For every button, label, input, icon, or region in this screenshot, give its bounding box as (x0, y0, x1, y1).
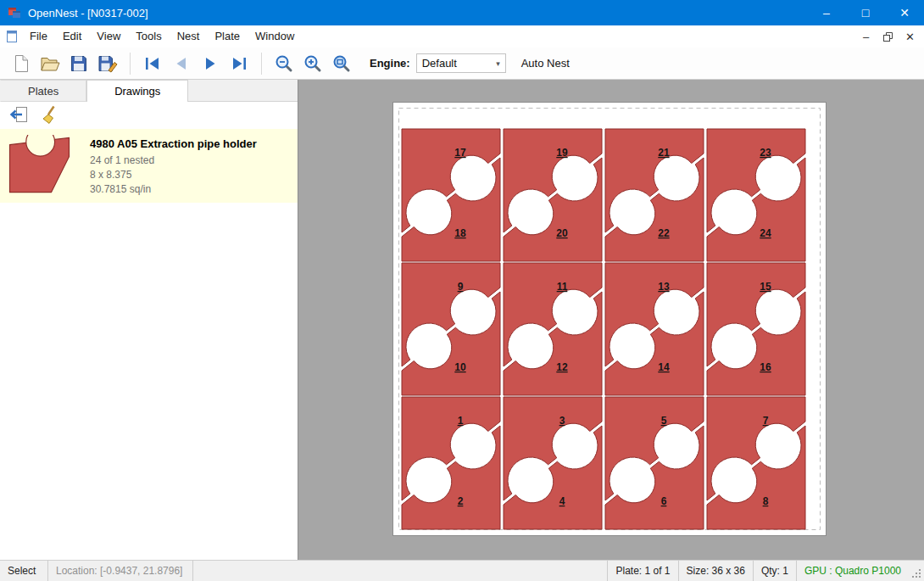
drawing-list-empty-area (0, 203, 298, 560)
nav-last-button[interactable] (225, 51, 253, 76)
menu-nest[interactable]: Nest (170, 25, 208, 47)
status-gpu: GPU : Quadro P1000 (797, 561, 909, 581)
part-number-label: 22 (658, 227, 670, 239)
part-number-label: 5 (661, 415, 667, 427)
part-number-label: 4 (559, 495, 565, 507)
status-size: Size: 36 x 36 (679, 561, 753, 581)
tab-plates[interactable]: Plates (0, 80, 86, 102)
engine-dropdown[interactable]: Default ▾ (416, 53, 506, 73)
toolbar-separator (130, 53, 131, 75)
drawing-thumbnail (7, 135, 78, 194)
window-title: OpenNest - [N0317-002] (28, 7, 148, 20)
drawing-nested-count: 24 of 1 nested (90, 154, 257, 168)
part-number-label: 14 (658, 361, 670, 373)
mdi-restore-button[interactable] (878, 28, 898, 45)
engine-value: Default (422, 57, 457, 70)
return-arrow-icon (8, 105, 29, 126)
chevron-down-icon: ▾ (496, 59, 500, 68)
save-icon (70, 54, 88, 73)
menu-file[interactable]: File (22, 25, 55, 47)
status-location: Location: [-0.9437, 21.8796] (48, 561, 192, 581)
statusbar: Select Location: [-0.9437, 21.8796] Plat… (0, 560, 924, 581)
auto-nest-button[interactable]: Auto Nest (521, 57, 570, 70)
status-qty: Qty: 1 (754, 561, 796, 581)
part-number-label: 21 (658, 147, 670, 159)
mdi-minimize-button[interactable]: – (856, 28, 876, 45)
opennest-window: OpenNest - [N0317-002] – □ ✕ File Edit V… (0, 0, 924, 581)
new-document-button[interactable] (7, 51, 36, 76)
titlebar: OpenNest - [N0317-002] – □ ✕ (0, 0, 924, 25)
main-toolbar: Engine: Default ▾ Auto Nest (0, 47, 924, 80)
save-edit-icon (97, 54, 118, 73)
part-number-label: 16 (760, 361, 771, 373)
drawing-dimensions: 8 x 8.375 (90, 168, 257, 182)
save-edit-button[interactable] (93, 51, 122, 76)
return-to-plate-button[interactable] (8, 104, 30, 126)
resize-grip[interactable] (909, 561, 924, 581)
part-number-label: 6 (661, 495, 667, 507)
part-number-label: 20 (556, 227, 568, 239)
nav-previous-icon (171, 55, 192, 72)
part-number-label: 15 (760, 281, 771, 293)
zoom-out-button[interactable] (270, 51, 298, 76)
menu-edit[interactable]: Edit (55, 25, 89, 47)
drawing-list-item[interactable]: 4980 A05 Extraction pipe holder 24 of 1 … (0, 129, 298, 203)
zoom-fit-button[interactable] (327, 51, 356, 76)
part-number-label: 8 (763, 495, 769, 507)
menu-window[interactable]: Window (248, 25, 302, 47)
part-number-label: 10 (454, 361, 466, 373)
part-number-label: 7 (763, 415, 769, 427)
close-button[interactable]: ✕ (885, 0, 924, 25)
zoom-fit-icon (331, 53, 352, 74)
status-mode: Select (0, 561, 47, 581)
sidebar-tabstrip: Plates Drawings (0, 80, 298, 102)
zoom-in-icon (303, 53, 323, 74)
part-number-label: 18 (454, 227, 466, 239)
tab-drawings[interactable]: Drawings (86, 80, 188, 102)
plate[interactable]: 171819202122232491011121314151612345678 (392, 102, 827, 536)
nest-canvas[interactable]: 171819202122232491011121314151612345678 (298, 80, 924, 560)
part-number-label: 23 (760, 147, 771, 159)
open-button[interactable] (36, 51, 64, 76)
part-number-label: 1 (458, 415, 464, 427)
mdi-close-button[interactable]: ✕ (900, 28, 920, 45)
drawings-toolbar (0, 102, 298, 129)
toolbar-separator (261, 53, 262, 75)
nav-first-icon (142, 55, 163, 72)
save-button[interactable] (64, 51, 93, 76)
part-number-label: 17 (454, 147, 466, 159)
part-number-label: 2 (458, 495, 464, 507)
drawing-area: 30.7815 sq/in (90, 182, 257, 197)
nav-last-icon (229, 55, 249, 72)
nav-next-button[interactable] (196, 51, 225, 76)
part-number-label: 19 (556, 147, 568, 159)
menu-view[interactable]: View (89, 25, 128, 47)
app-icon (8, 6, 21, 20)
engine-label: Engine: (370, 57, 410, 70)
minimize-button[interactable]: – (807, 0, 846, 25)
zoom-out-icon (274, 53, 294, 74)
drawing-title: 4980 A05 Extraction pipe holder (90, 137, 257, 150)
document-icon[interactable] (5, 30, 19, 43)
maximize-button[interactable]: □ (846, 0, 885, 25)
part-number-label: 3 (559, 415, 565, 427)
sidebar: Plates Drawings 4980 A05 Extraction pipe… (0, 80, 298, 560)
menu-tools[interactable]: Tools (128, 25, 169, 47)
menu-plate[interactable]: Plate (207, 25, 248, 47)
menubar: File Edit View Tools Nest Plate Window –… (0, 25, 924, 47)
zoom-in-button[interactable] (298, 51, 327, 76)
part-number-label: 24 (760, 227, 771, 239)
part-number-label: 11 (557, 281, 568, 293)
broom-icon (41, 105, 61, 126)
part-number-label: 9 (458, 281, 464, 293)
open-folder-icon (40, 54, 60, 73)
status-spacer (193, 561, 607, 581)
nav-next-icon (200, 55, 220, 72)
status-plate: Plate: 1 of 1 (608, 561, 677, 581)
part-number-label: 13 (658, 281, 670, 293)
nav-previous-button[interactable] (167, 51, 196, 76)
nav-first-button[interactable] (138, 51, 167, 76)
clear-button[interactable] (40, 104, 62, 126)
new-document-icon (12, 54, 31, 73)
part-number-label: 12 (556, 361, 568, 373)
